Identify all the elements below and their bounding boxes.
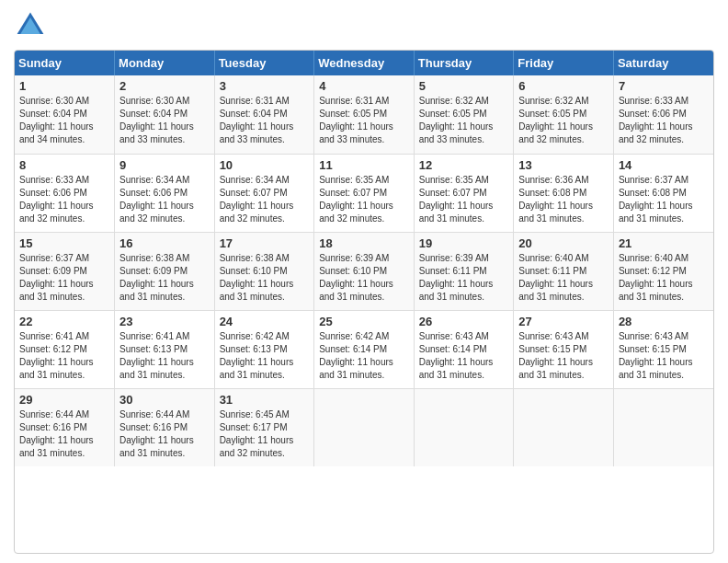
calendar-cell — [514, 388, 614, 466]
day-number: 22 — [19, 315, 109, 328]
calendar-cell: 30Sunrise: 6:44 AMSunset: 6:16 PMDayligh… — [115, 388, 215, 466]
cell-info: Sunrise: 6:40 AMSunset: 6:11 PMDaylight:… — [518, 252, 609, 304]
calendar-cell: 22Sunrise: 6:41 AMSunset: 6:12 PMDayligh… — [15, 310, 115, 388]
cell-info: Sunrise: 6:32 AMSunset: 6:05 PMDaylight:… — [419, 95, 509, 146]
cell-info: Sunrise: 6:35 AMSunset: 6:07 PMDaylight:… — [319, 174, 409, 225]
cell-info: Sunrise: 6:43 AMSunset: 6:14 PMDaylight:… — [419, 330, 509, 382]
cell-info: Sunrise: 6:40 AMSunset: 6:12 PMDaylight:… — [619, 252, 709, 304]
calendar-cell: 10Sunrise: 6:34 AMSunset: 6:07 PMDayligh… — [214, 154, 314, 232]
day-number: 10 — [220, 158, 310, 172]
calendar-cell: 6Sunrise: 6:32 AMSunset: 6:05 PMDaylight… — [514, 75, 614, 154]
cell-info: Sunrise: 6:38 AMSunset: 6:09 PMDaylight:… — [119, 252, 210, 304]
calendar-cell: 23Sunrise: 6:41 AMSunset: 6:13 PMDayligh… — [115, 310, 215, 388]
cell-info: Sunrise: 6:38 AMSunset: 6:10 PMDaylight:… — [220, 252, 310, 304]
day-number: 3 — [220, 79, 310, 93]
header-day-wednesday: Wednesday — [314, 51, 415, 75]
cell-info: Sunrise: 6:34 AMSunset: 6:07 PMDaylight:… — [220, 174, 310, 225]
day-number: 23 — [119, 315, 210, 328]
calendar-cell: 19Sunrise: 6:39 AMSunset: 6:11 PMDayligh… — [414, 232, 514, 310]
day-number: 30 — [119, 393, 210, 407]
cell-info: Sunrise: 6:44 AMSunset: 6:16 PMDaylight:… — [119, 408, 210, 460]
calendar-cell: 31Sunrise: 6:45 AMSunset: 6:17 PMDayligh… — [214, 388, 314, 466]
calendar-cell: 1Sunrise: 6:30 AMSunset: 6:04 PMDaylight… — [15, 75, 115, 154]
calendar-cell: 3Sunrise: 6:31 AMSunset: 6:04 PMDaylight… — [214, 75, 314, 154]
day-number: 5 — [419, 79, 509, 93]
calendar-cell: 29Sunrise: 6:44 AMSunset: 6:16 PMDayligh… — [15, 388, 115, 466]
calendar-cell: 28Sunrise: 6:43 AMSunset: 6:15 PMDayligh… — [613, 310, 713, 388]
day-number: 29 — [19, 393, 109, 407]
logo — [14, 9, 51, 42]
cell-info: Sunrise: 6:42 AMSunset: 6:14 PMDaylight:… — [319, 330, 409, 382]
calendar-cell — [613, 388, 713, 466]
calendar-cell: 2Sunrise: 6:30 AMSunset: 6:04 PMDaylight… — [115, 75, 215, 154]
week-row-5: 29Sunrise: 6:44 AMSunset: 6:16 PMDayligh… — [15, 388, 713, 466]
day-number: 27 — [518, 315, 609, 328]
day-number: 12 — [419, 158, 509, 172]
day-number: 15 — [19, 236, 109, 250]
day-number: 11 — [319, 158, 409, 172]
day-number: 26 — [419, 315, 509, 328]
cell-info: Sunrise: 6:43 AMSunset: 6:15 PMDaylight:… — [619, 330, 709, 382]
day-number: 1 — [19, 79, 109, 93]
day-number: 13 — [518, 158, 609, 172]
calendar-cell: 12Sunrise: 6:35 AMSunset: 6:07 PMDayligh… — [414, 154, 514, 232]
header-row: SundayMondayTuesdayWednesdayThursdayFrid… — [15, 51, 713, 75]
day-number: 2 — [119, 79, 210, 93]
logo-icon — [14, 9, 47, 42]
calendar-cell: 8Sunrise: 6:33 AMSunset: 6:06 PMDaylight… — [15, 154, 115, 232]
cell-info: Sunrise: 6:32 AMSunset: 6:05 PMDaylight:… — [518, 95, 609, 146]
day-number: 21 — [619, 236, 709, 250]
day-number: 6 — [518, 79, 609, 93]
day-number: 31 — [220, 393, 310, 407]
calendar-cell: 15Sunrise: 6:37 AMSunset: 6:09 PMDayligh… — [15, 232, 115, 310]
day-number: 16 — [119, 236, 210, 250]
calendar-cell: 11Sunrise: 6:35 AMSunset: 6:07 PMDayligh… — [314, 154, 415, 232]
calendar-cell: 14Sunrise: 6:37 AMSunset: 6:08 PMDayligh… — [613, 154, 713, 232]
day-number: 19 — [419, 236, 509, 250]
day-number: 24 — [220, 315, 310, 328]
cell-info: Sunrise: 6:41 AMSunset: 6:12 PMDaylight:… — [19, 330, 109, 382]
cell-info: Sunrise: 6:31 AMSunset: 6:04 PMDaylight:… — [220, 95, 310, 146]
calendar-cell: 4Sunrise: 6:31 AMSunset: 6:05 PMDaylight… — [314, 75, 415, 154]
page: SundayMondayTuesdayWednesdayThursdayFrid… — [0, 0, 728, 563]
cell-info: Sunrise: 6:43 AMSunset: 6:15 PMDaylight:… — [518, 330, 609, 382]
day-number: 8 — [19, 158, 109, 172]
day-number: 4 — [319, 79, 409, 93]
cell-info: Sunrise: 6:39 AMSunset: 6:11 PMDaylight:… — [419, 252, 509, 304]
cell-info: Sunrise: 6:39 AMSunset: 6:10 PMDaylight:… — [319, 252, 409, 304]
calendar-cell: 24Sunrise: 6:42 AMSunset: 6:13 PMDayligh… — [214, 310, 314, 388]
calendar-cell: 5Sunrise: 6:32 AMSunset: 6:05 PMDaylight… — [414, 75, 514, 154]
calendar-cell: 9Sunrise: 6:34 AMSunset: 6:06 PMDaylight… — [115, 154, 215, 232]
calendar-header: SundayMondayTuesdayWednesdayThursdayFrid… — [15, 51, 713, 75]
header-day-thursday: Thursday — [414, 51, 514, 75]
calendar-cell: 18Sunrise: 6:39 AMSunset: 6:10 PMDayligh… — [314, 232, 415, 310]
calendar-cell: 20Sunrise: 6:40 AMSunset: 6:11 PMDayligh… — [514, 232, 614, 310]
calendar-cell: 25Sunrise: 6:42 AMSunset: 6:14 PMDayligh… — [314, 310, 415, 388]
calendar-cell — [414, 388, 514, 466]
header — [14, 9, 714, 42]
calendar-table: SundayMondayTuesdayWednesdayThursdayFrid… — [15, 51, 713, 466]
cell-info: Sunrise: 6:45 AMSunset: 6:17 PMDaylight:… — [220, 408, 310, 460]
header-day-sunday: Sunday — [15, 51, 115, 75]
cell-info: Sunrise: 6:33 AMSunset: 6:06 PMDaylight:… — [19, 174, 109, 225]
calendar-cell: 26Sunrise: 6:43 AMSunset: 6:14 PMDayligh… — [414, 310, 514, 388]
day-number: 28 — [619, 315, 709, 328]
calendar-cell: 21Sunrise: 6:40 AMSunset: 6:12 PMDayligh… — [613, 232, 713, 310]
week-row-1: 1Sunrise: 6:30 AMSunset: 6:04 PMDaylight… — [15, 75, 713, 154]
calendar: SundayMondayTuesdayWednesdayThursdayFrid… — [14, 50, 714, 554]
week-row-2: 8Sunrise: 6:33 AMSunset: 6:06 PMDaylight… — [15, 154, 713, 232]
cell-info: Sunrise: 6:42 AMSunset: 6:13 PMDaylight:… — [220, 330, 310, 382]
cell-info: Sunrise: 6:37 AMSunset: 6:08 PMDaylight:… — [619, 174, 709, 225]
day-number: 20 — [518, 236, 609, 250]
day-number: 9 — [119, 158, 210, 172]
calendar-cell: 27Sunrise: 6:43 AMSunset: 6:15 PMDayligh… — [514, 310, 614, 388]
calendar-cell: 13Sunrise: 6:36 AMSunset: 6:08 PMDayligh… — [514, 154, 614, 232]
cell-info: Sunrise: 6:30 AMSunset: 6:04 PMDaylight:… — [119, 95, 210, 146]
cell-info: Sunrise: 6:35 AMSunset: 6:07 PMDaylight:… — [419, 174, 509, 225]
cell-info: Sunrise: 6:30 AMSunset: 6:04 PMDaylight:… — [19, 95, 109, 146]
cell-info: Sunrise: 6:41 AMSunset: 6:13 PMDaylight:… — [119, 330, 210, 382]
cell-info: Sunrise: 6:33 AMSunset: 6:06 PMDaylight:… — [619, 95, 709, 146]
cell-info: Sunrise: 6:36 AMSunset: 6:08 PMDaylight:… — [518, 174, 609, 225]
day-number: 7 — [619, 79, 709, 93]
header-day-tuesday: Tuesday — [214, 51, 314, 75]
